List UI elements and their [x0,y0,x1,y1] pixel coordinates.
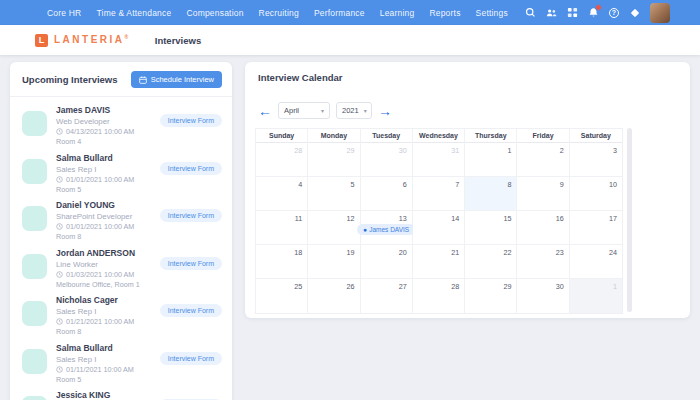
day-number: 23 [556,248,564,257]
search-icon[interactable] [524,7,536,19]
interview-form-button[interactable]: Interview Form [160,352,222,365]
calendar-day-cell[interactable]: 19 [308,245,360,279]
clock-icon [56,271,63,278]
interview-list-item[interactable]: Jessica KING Web Developer Interview For… [10,382,232,400]
interview-datetime: 01/01/2021 10:00 AM [56,222,222,231]
nav-item-settings[interactable]: Settings [476,8,508,18]
calendar-day-cell[interactable]: 27 [361,279,413,313]
day-number: 28 [294,146,302,155]
nav-item-core-hr[interactable]: Core HR [47,8,81,18]
topbar-icons: ? [524,0,670,25]
interview-form-button[interactable]: Interview Form [160,162,222,175]
calendar-day-cell[interactable]: 26 [308,279,360,313]
calendar-day-cell[interactable]: 1 [465,143,517,177]
month-select[interactable]: April▾ [278,102,330,119]
interview-list-item[interactable]: Salma Bullard Sales Rep I 01/01/2021 10:… [10,145,232,193]
calendar-day-cell[interactable]: 3 [570,143,622,177]
apps-grid-icon[interactable] [566,7,578,19]
chevron-down-icon: ▾ [364,107,367,114]
interview-list-item[interactable]: Nicholas Cager Sales Rep I 01/21/2021 10… [10,287,232,335]
day-number: 4 [298,180,302,189]
calendar-day-cell[interactable]: 8 [465,177,517,211]
notification-badge [595,4,602,11]
calendar-day-cell[interactable]: 15 [465,211,517,245]
calendar-day-cell[interactable]: 12 [308,211,360,245]
calendar-day-cell[interactable]: 16 [517,211,569,245]
prev-month-arrow[interactable]: ← [258,104,272,118]
calendar-day-cell[interactable]: 29 [308,143,360,177]
interview-form-button[interactable]: Interview Form [160,304,222,317]
clock-icon [56,223,63,230]
nav-item-recruiting[interactable]: Recruiting [259,8,299,18]
next-month-arrow[interactable]: → [378,104,392,118]
interview-list-item[interactable]: James DAVIS Web Developer 04/13/2021 10:… [10,97,232,145]
day-of-week-label: Thursday [465,129,517,143]
calendar-day-cell[interactable]: 29 [465,279,517,313]
calendar-day-cell[interactable]: 1 [570,279,622,313]
calendar-day-cell[interactable]: 30 [517,279,569,313]
interview-form-button[interactable]: Interview Form [160,209,222,222]
day-number: 21 [451,248,459,257]
user-avatar[interactable] [650,3,670,23]
day-number: 19 [347,248,355,257]
event-dot-icon: ● [363,226,367,233]
interview-list-item[interactable]: Salma Bullard Sales Rep I 01/11/2021 10:… [10,335,232,383]
calendar-day-cell[interactable]: 4 [256,177,308,211]
day-number: 24 [609,248,617,257]
calendar-day-cell[interactable]: 30 [361,143,413,177]
day-of-week-label: Monday [308,129,360,143]
calendar-event-chip[interactable]: ●James DAVIS [357,224,415,235]
calendar-day-cell[interactable]: 24 [570,245,622,279]
lanteria-logo[interactable]: L LANTERIA® [35,34,131,47]
nav-item-learning[interactable]: Learning [380,8,415,18]
day-number: 18 [294,248,302,257]
calendar-day-cell[interactable]: 25 [256,279,308,313]
interview-list-item[interactable]: Daniel YOUNG SharePoint Developer 01/01/… [10,192,232,240]
day-number: 17 [609,214,617,223]
calendar-day-cell[interactable]: 5 [308,177,360,211]
calendar-day-cell[interactable]: 14 [413,211,465,245]
interview-form-button[interactable]: Interview Form [160,257,222,270]
candidate-avatar [22,301,47,326]
clock-icon [56,128,63,135]
calendar-day-cell[interactable]: 10 [570,177,622,211]
day-number: 30 [399,146,407,155]
top-navigation-bar: Core HRTime & AttendanceCompensationRecr… [0,0,700,25]
day-number: 29 [503,282,511,291]
calendar-scrollbar[interactable] [627,128,632,312]
interview-form-button[interactable]: Interview Form [160,114,222,127]
calendar-day-cell[interactable]: 7 [413,177,465,211]
schedule-interview-button[interactable]: Schedule Interview [131,71,222,88]
people-icon[interactable] [545,7,557,19]
calendar-day-cell[interactable]: 21 [413,245,465,279]
day-of-week-label: Saturday [570,129,622,143]
calendar-day-cell[interactable]: 2 [517,143,569,177]
calendar-day-cell[interactable]: 23 [517,245,569,279]
calendar-day-cell[interactable]: 6 [361,177,413,211]
year-select[interactable]: 2021▾ [336,102,372,119]
day-number: 8 [507,180,511,189]
calendar-day-cell[interactable]: 20 [361,245,413,279]
interview-list-item[interactable]: Jordan ANDERSON Line Worker 01/03/2021 1… [10,240,232,288]
diamond-icon[interactable] [629,7,641,19]
candidate-avatar [22,159,47,184]
notifications-bell-icon[interactable] [587,7,599,19]
candidate-avatar [22,111,47,136]
nav-item-reports[interactable]: Reports [429,8,460,18]
day-number: 30 [556,282,564,291]
nav-item-compensation[interactable]: Compensation [186,8,243,18]
calendar-day-cell[interactable]: 28 [413,279,465,313]
calendar-day-cell[interactable]: 11 [256,211,308,245]
calendar-day-cell[interactable]: 17 [570,211,622,245]
logo-mark-icon: L [35,34,48,47]
calendar-day-cell[interactable]: 28 [256,143,308,177]
nav-item-performance[interactable]: Performance [314,8,365,18]
help-icon[interactable]: ? [608,7,620,19]
nav-item-time-attendance[interactable]: Time & Attendance [96,8,171,18]
calendar-day-cell[interactable]: 9 [517,177,569,211]
calendar-day-cell[interactable]: 22 [465,245,517,279]
calendar-day-cell[interactable]: 18 [256,245,308,279]
calendar-day-cell[interactable]: 13 ●James DAVIS [361,211,413,245]
calendar-day-cell[interactable]: 31 [413,143,465,177]
candidate-avatar [22,254,47,279]
